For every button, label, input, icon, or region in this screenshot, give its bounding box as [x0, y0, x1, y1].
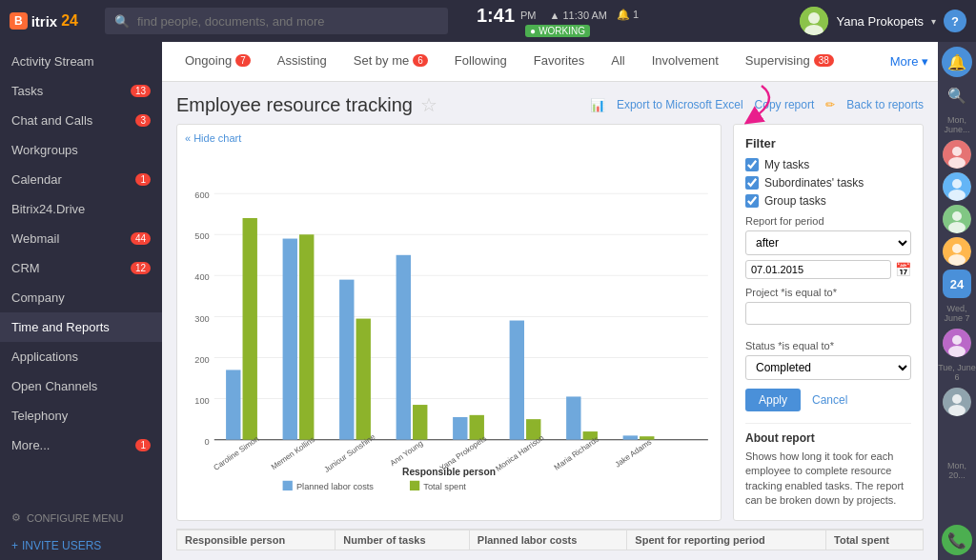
- page-title: Employee resource tracking ☆: [176, 93, 437, 116]
- sidebar-item-label: Time and Reports: [11, 320, 110, 334]
- tab-involvement[interactable]: Involvement: [639, 42, 732, 82]
- tab-all[interactable]: All: [598, 42, 638, 82]
- status-label: Status *is equal to*: [745, 340, 911, 351]
- sidebar-item-label: Webmail: [11, 231, 59, 246]
- avatar-5[interactable]: [943, 329, 971, 357]
- svg-point-31: [952, 147, 962, 156]
- svg-rect-26: [283, 481, 293, 490]
- time-block: 1:41 PM ▲ 11:30 AM 🔔 1 ● WORKING: [477, 6, 639, 37]
- avatar-3[interactable]: [943, 205, 971, 233]
- sidebar-item-more[interactable]: More... 1: [0, 430, 162, 460]
- tab-ongoing[interactable]: Ongoing 7: [172, 42, 264, 82]
- my-tasks-label: My tasks: [764, 158, 809, 171]
- hide-chart-button[interactable]: « Hide chart: [185, 132, 713, 144]
- avatar-6[interactable]: [943, 388, 971, 416]
- bitrix24-icon[interactable]: 24: [943, 270, 971, 298]
- svg-text:Planned labor costs: Planned labor costs: [296, 482, 374, 491]
- calendar-badge: 1: [135, 173, 151, 186]
- sidebar-item-tasks[interactable]: Tasks 13: [0, 76, 162, 106]
- bar-planned-5: [510, 321, 524, 440]
- project-input[interactable]: [745, 302, 911, 325]
- right-sidebar: 🔔 🔍 Mon, June... 24 Wed, June 7 Tue, Jun…: [938, 42, 976, 560]
- invite-users-label: INVITE USERS: [22, 539, 101, 552]
- avatar-1[interactable]: [943, 140, 971, 169]
- search-bar[interactable]: 🔍: [105, 8, 448, 34]
- sidebar-item-company[interactable]: Company: [0, 283, 162, 312]
- tab-badge-ongoing: 7: [235, 54, 251, 67]
- sidebar-item-webmail[interactable]: Webmail 44: [0, 224, 162, 253]
- tab-badge-supervising: 38: [814, 54, 834, 67]
- logo[interactable]: B itrix 24: [10, 12, 95, 30]
- avatar-4[interactable]: [943, 237, 971, 266]
- bar-spent-3: [413, 405, 427, 440]
- group-tasks-label: Group tasks: [764, 194, 826, 208]
- tab-setbyme[interactable]: Set by me 6: [340, 42, 441, 82]
- svg-point-38: [948, 222, 966, 233]
- sidebar-item-telephony[interactable]: Telephony: [0, 401, 162, 430]
- user-avatar[interactable]: [800, 7, 828, 35]
- chart-container: 600 500 400 300 200 100 0: [185, 149, 713, 512]
- sidebar-item-applications[interactable]: Applications: [0, 342, 162, 371]
- user-dropdown-arrow[interactable]: ▾: [931, 16, 936, 27]
- svg-text:Memen Kollins: Memen Kollins: [270, 435, 316, 471]
- sidebar-item-workgroups[interactable]: Workgroups: [0, 135, 162, 165]
- tab-supervising[interactable]: Supervising 38: [732, 42, 847, 82]
- ampm: PM: [520, 10, 537, 21]
- copy-report-link[interactable]: Copy report: [755, 98, 815, 111]
- sidebar-item-activity-stream[interactable]: Activity Stream: [0, 47, 162, 76]
- svg-point-44: [948, 346, 966, 357]
- tab-bar: Ongoing 7 Assisting Set by me 6 Followin…: [162, 42, 938, 82]
- sidebar-item-time-reports[interactable]: Time and Reports: [0, 312, 162, 342]
- apply-button[interactable]: Apply: [745, 389, 801, 411]
- export-excel-link[interactable]: Export to Microsoft Excel: [617, 98, 743, 111]
- bar-planned-6: [566, 396, 580, 439]
- sidebar-item-label: Calendar: [11, 172, 62, 187]
- logo-icon: B: [10, 12, 28, 30]
- bar-chart: 600 500 400 300 200 100 0: [185, 149, 713, 512]
- date-label-4: Mon, 20...: [938, 459, 976, 482]
- invite-users-button[interactable]: + INVITE USERS: [0, 531, 162, 560]
- star-icon[interactable]: ☆: [420, 93, 437, 116]
- my-tasks-checkbox[interactable]: [745, 158, 759, 171]
- bar-planned-1: [283, 239, 297, 440]
- sidebar-item-drive[interactable]: Bitrix24.Drive: [0, 194, 162, 224]
- filter-subordinates[interactable]: Subordinates' tasks: [745, 176, 911, 190]
- filter-group-tasks[interactable]: Group tasks: [745, 194, 911, 208]
- more-badge: 1: [135, 439, 151, 451]
- calendar-icon[interactable]: 📅: [895, 262, 911, 277]
- back-to-reports-link[interactable]: Back to reports: [846, 98, 924, 111]
- sidebar-item-label: Open Channels: [11, 379, 97, 393]
- sidebar-item-crm[interactable]: CRM 12: [0, 253, 162, 283]
- phone-button[interactable]: 📞: [942, 525, 972, 555]
- svg-text:Maria Richards: Maria Richards: [553, 435, 600, 472]
- sidebar-item-calendar[interactable]: Calendar 1: [0, 165, 162, 194]
- tab-favorites[interactable]: Favorites: [520, 42, 598, 82]
- tab-more[interactable]: More ▾: [890, 54, 928, 69]
- avatar-2[interactable]: [943, 172, 971, 201]
- username: Yana Prokopets: [836, 14, 924, 29]
- subordinates-checkbox[interactable]: [745, 176, 759, 190]
- svg-point-32: [948, 157, 966, 169]
- search-input[interactable]: [137, 14, 438, 29]
- svg-text:400: 400: [194, 272, 209, 282]
- user-area[interactable]: Yana Prokopets ▾ ?: [800, 7, 966, 35]
- notifications-button[interactable]: 🔔: [942, 47, 972, 77]
- configure-menu-button[interactable]: ⚙ CONFIGURE MENU: [0, 504, 162, 531]
- sidebar-item-chat-calls[interactable]: Chat and Calls 3: [0, 106, 162, 135]
- date-input[interactable]: [745, 260, 891, 279]
- search-right-button[interactable]: 🔍: [943, 81, 971, 110]
- sidebar-item-open-channels[interactable]: Open Channels: [0, 371, 162, 401]
- period-select[interactable]: after: [745, 230, 911, 255]
- period-label: Report for period: [745, 215, 911, 227]
- about-report: About report Shows how long it took for …: [745, 423, 911, 509]
- cancel-button[interactable]: Cancel: [804, 389, 855, 411]
- chart-panel: « Hide chart 600 500 400 300 200 100 0: [176, 124, 722, 521]
- group-tasks-checkbox[interactable]: [745, 194, 759, 208]
- plus-icon: +: [11, 539, 18, 552]
- help-button[interactable]: ?: [944, 10, 966, 32]
- sidebar-item-label: Tasks: [11, 84, 43, 98]
- tab-following[interactable]: Following: [441, 42, 520, 82]
- status-select[interactable]: Completed: [745, 355, 911, 380]
- tab-assisting[interactable]: Assisting: [264, 42, 340, 82]
- filter-my-tasks[interactable]: My tasks: [745, 158, 911, 171]
